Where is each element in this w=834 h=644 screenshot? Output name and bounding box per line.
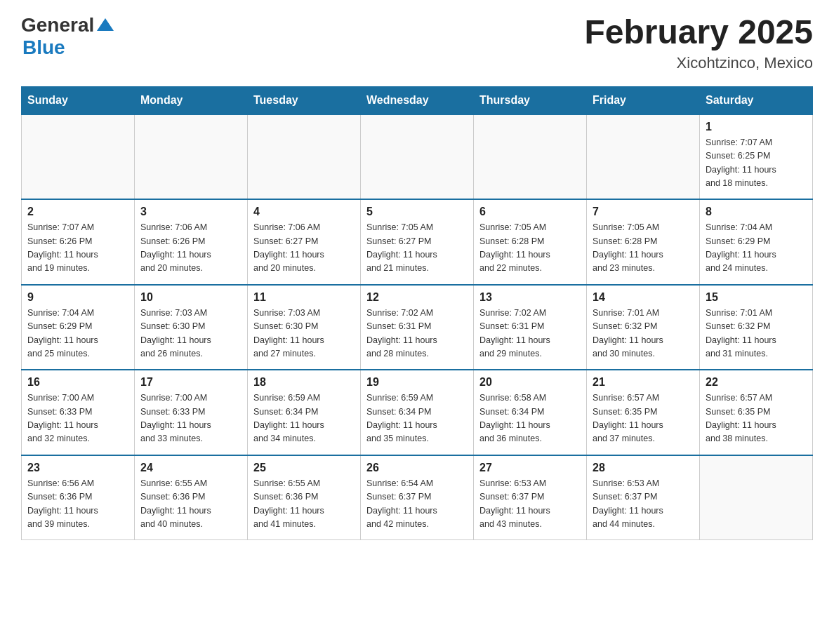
- calendar-day-cell: 17Sunrise: 7:00 AMSunset: 6:33 PMDayligh…: [135, 370, 248, 455]
- calendar-day-cell: 7Sunrise: 7:05 AMSunset: 6:28 PMDaylight…: [587, 199, 700, 285]
- calendar-day-cell: 26Sunrise: 6:54 AMSunset: 6:37 PMDayligh…: [361, 455, 474, 540]
- page-header: General Blue February 2025 Xicohtzinco, …: [21, 14, 813, 72]
- calendar-day-cell: 14Sunrise: 7:01 AMSunset: 6:32 PMDayligh…: [587, 285, 700, 370]
- calendar-day-cell: [248, 114, 361, 200]
- calendar-week-row: 9Sunrise: 7:04 AMSunset: 6:29 PMDaylight…: [22, 285, 813, 370]
- calendar-day-cell: 1Sunrise: 7:07 AMSunset: 6:25 PMDaylight…: [700, 114, 813, 200]
- day-number: 22: [706, 376, 807, 389]
- day-number: 9: [27, 291, 128, 304]
- day-sun-info: Sunrise: 7:04 AMSunset: 6:29 PMDaylight:…: [27, 307, 128, 361]
- day-number: 27: [479, 462, 581, 474]
- day-number: 20: [479, 376, 581, 389]
- day-of-week-header: Monday: [135, 86, 248, 114]
- calendar-day-cell: [474, 114, 587, 200]
- calendar-day-cell: 24Sunrise: 6:55 AMSunset: 6:36 PMDayligh…: [135, 455, 248, 540]
- calendar-day-cell: 18Sunrise: 6:59 AMSunset: 6:34 PMDayligh…: [248, 370, 361, 455]
- calendar-day-cell: 22Sunrise: 6:57 AMSunset: 6:35 PMDayligh…: [700, 370, 813, 455]
- calendar-table: SundayMondayTuesdayWednesdayThursdayFrid…: [21, 86, 813, 541]
- day-sun-info: Sunrise: 7:01 AMSunset: 6:32 PMDaylight:…: [706, 307, 807, 361]
- day-sun-info: Sunrise: 7:03 AMSunset: 6:30 PMDaylight:…: [253, 307, 355, 361]
- day-number: 7: [593, 206, 694, 218]
- day-sun-info: Sunrise: 7:03 AMSunset: 6:30 PMDaylight:…: [140, 307, 241, 361]
- day-sun-info: Sunrise: 7:07 AMSunset: 6:25 PMDaylight:…: [706, 136, 807, 191]
- day-number: 12: [366, 291, 468, 304]
- day-number: 5: [366, 206, 468, 218]
- day-sun-info: Sunrise: 6:59 AMSunset: 6:34 PMDaylight:…: [366, 391, 468, 446]
- day-sun-info: Sunrise: 6:57 AMSunset: 6:35 PMDaylight:…: [593, 391, 694, 446]
- calendar-day-cell: 19Sunrise: 6:59 AMSunset: 6:34 PMDayligh…: [361, 370, 474, 455]
- day-number: 11: [253, 291, 355, 304]
- day-sun-info: Sunrise: 7:00 AMSunset: 6:33 PMDaylight:…: [140, 391, 241, 446]
- day-number: 25: [253, 462, 355, 474]
- day-sun-info: Sunrise: 7:05 AMSunset: 6:28 PMDaylight:…: [593, 221, 694, 276]
- calendar-day-cell: 6Sunrise: 7:05 AMSunset: 6:28 PMDaylight…: [474, 199, 587, 285]
- calendar-day-cell: 10Sunrise: 7:03 AMSunset: 6:30 PMDayligh…: [135, 285, 248, 370]
- day-number: 17: [140, 376, 241, 389]
- day-number: 19: [366, 376, 468, 389]
- day-of-week-header: Wednesday: [361, 86, 474, 114]
- day-sun-info: Sunrise: 6:59 AMSunset: 6:34 PMDaylight:…: [253, 391, 355, 446]
- calendar-day-cell: 8Sunrise: 7:04 AMSunset: 6:29 PMDaylight…: [700, 199, 813, 285]
- day-number: 23: [27, 462, 128, 474]
- day-number: 14: [593, 291, 694, 304]
- day-number: 4: [253, 206, 355, 218]
- calendar-day-cell: 12Sunrise: 7:02 AMSunset: 6:31 PMDayligh…: [361, 285, 474, 370]
- day-number: 24: [140, 462, 241, 474]
- day-number: 16: [27, 376, 128, 389]
- day-sun-info: Sunrise: 6:56 AMSunset: 6:36 PMDaylight:…: [27, 477, 128, 532]
- day-sun-info: Sunrise: 6:57 AMSunset: 6:35 PMDaylight:…: [706, 391, 807, 446]
- day-sun-info: Sunrise: 6:53 AMSunset: 6:37 PMDaylight:…: [593, 477, 694, 532]
- calendar-day-cell: [700, 455, 813, 540]
- calendar-day-cell: 3Sunrise: 7:06 AMSunset: 6:26 PMDaylight…: [135, 199, 248, 285]
- calendar-day-cell: 15Sunrise: 7:01 AMSunset: 6:32 PMDayligh…: [700, 285, 813, 370]
- logo-blue-text: Blue: [22, 36, 65, 58]
- day-sun-info: Sunrise: 7:00 AMSunset: 6:33 PMDaylight:…: [27, 391, 128, 446]
- calendar-header-row: SundayMondayTuesdayWednesdayThursdayFrid…: [22, 86, 813, 114]
- month-year-title: February 2025: [584, 14, 813, 51]
- logo-general-text: General: [21, 14, 94, 36]
- day-number: 2: [27, 206, 128, 218]
- day-sun-info: Sunrise: 7:06 AMSunset: 6:26 PMDaylight:…: [140, 221, 241, 276]
- day-number: 8: [706, 206, 807, 218]
- calendar-day-cell: [361, 114, 474, 200]
- day-sun-info: Sunrise: 7:06 AMSunset: 6:27 PMDaylight:…: [253, 221, 355, 276]
- day-sun-info: Sunrise: 7:02 AMSunset: 6:31 PMDaylight:…: [366, 307, 468, 361]
- calendar-day-cell: 21Sunrise: 6:57 AMSunset: 6:35 PMDayligh…: [587, 370, 700, 455]
- day-of-week-header: Friday: [587, 86, 700, 114]
- calendar-week-row: 16Sunrise: 7:00 AMSunset: 6:33 PMDayligh…: [22, 370, 813, 455]
- location-subtitle: Xicohtzinco, Mexico: [584, 54, 813, 72]
- day-sun-info: Sunrise: 6:55 AMSunset: 6:36 PMDaylight:…: [253, 477, 355, 532]
- day-sun-info: Sunrise: 6:55 AMSunset: 6:36 PMDaylight:…: [140, 477, 241, 532]
- day-number: 21: [593, 376, 694, 389]
- day-sun-info: Sunrise: 7:04 AMSunset: 6:29 PMDaylight:…: [706, 221, 807, 276]
- day-sun-info: Sunrise: 7:07 AMSunset: 6:26 PMDaylight:…: [27, 221, 128, 276]
- calendar-day-cell: [22, 114, 135, 200]
- day-number: 1: [706, 121, 807, 133]
- calendar-day-cell: 16Sunrise: 7:00 AMSunset: 6:33 PMDayligh…: [22, 370, 135, 455]
- calendar-day-cell: 20Sunrise: 6:58 AMSunset: 6:34 PMDayligh…: [474, 370, 587, 455]
- calendar-day-cell: [587, 114, 700, 200]
- calendar-day-cell: 13Sunrise: 7:02 AMSunset: 6:31 PMDayligh…: [474, 285, 587, 370]
- day-sun-info: Sunrise: 6:58 AMSunset: 6:34 PMDaylight:…: [479, 391, 581, 446]
- calendar-day-cell: 9Sunrise: 7:04 AMSunset: 6:29 PMDaylight…: [22, 285, 135, 370]
- day-sun-info: Sunrise: 7:02 AMSunset: 6:31 PMDaylight:…: [479, 307, 581, 361]
- day-number: 15: [706, 291, 807, 304]
- day-of-week-header: Saturday: [700, 86, 813, 114]
- day-number: 6: [479, 206, 581, 218]
- day-sun-info: Sunrise: 7:05 AMSunset: 6:27 PMDaylight:…: [366, 221, 468, 276]
- logo-arrow-icon: [95, 15, 115, 35]
- day-number: 28: [593, 462, 694, 474]
- day-sun-info: Sunrise: 6:54 AMSunset: 6:37 PMDaylight:…: [366, 477, 468, 532]
- calendar-week-row: 1Sunrise: 7:07 AMSunset: 6:25 PMDaylight…: [22, 114, 813, 200]
- calendar-day-cell: 28Sunrise: 6:53 AMSunset: 6:37 PMDayligh…: [587, 455, 700, 540]
- calendar-day-cell: 23Sunrise: 6:56 AMSunset: 6:36 PMDayligh…: [22, 455, 135, 540]
- calendar-day-cell: 4Sunrise: 7:06 AMSunset: 6:27 PMDaylight…: [248, 199, 361, 285]
- calendar-day-cell: 2Sunrise: 7:07 AMSunset: 6:26 PMDaylight…: [22, 199, 135, 285]
- day-number: 3: [140, 206, 241, 218]
- calendar-day-cell: [135, 114, 248, 200]
- calendar-day-cell: 27Sunrise: 6:53 AMSunset: 6:37 PMDayligh…: [474, 455, 587, 540]
- day-of-week-header: Thursday: [474, 86, 587, 114]
- day-sun-info: Sunrise: 7:05 AMSunset: 6:28 PMDaylight:…: [479, 221, 581, 276]
- day-number: 18: [253, 376, 355, 389]
- calendar-day-cell: 11Sunrise: 7:03 AMSunset: 6:30 PMDayligh…: [248, 285, 361, 370]
